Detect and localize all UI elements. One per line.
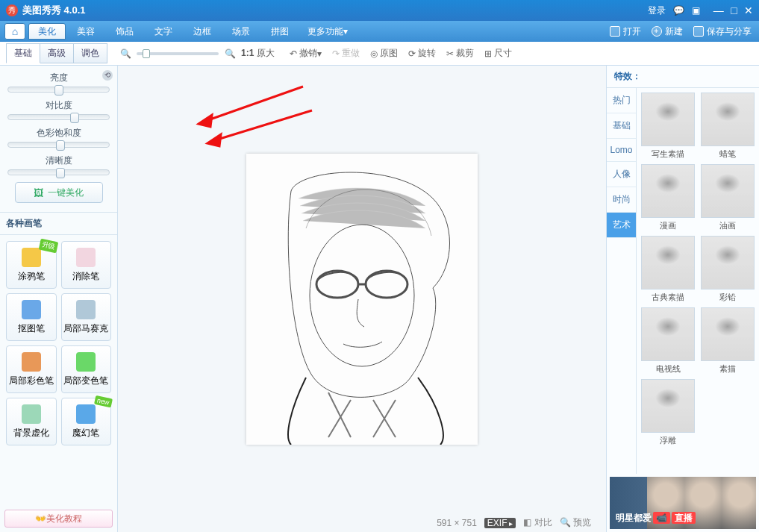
subtabs: 基础 高级 调色	[6, 43, 107, 63]
effects-title: 特效：	[607, 66, 759, 88]
tab-collage[interactable]: 拼图	[261, 23, 299, 40]
effect-thumb	[701, 93, 755, 146]
tab-cosmetic[interactable]: 美容	[67, 23, 104, 40]
effect-item-4[interactable]: 古典素描	[641, 236, 695, 303]
zoom-in-icon[interactable]: 🔍	[223, 48, 237, 59]
brush-0[interactable]: 升级涂鸦笔	[6, 241, 57, 289]
more-menu[interactable]: 更多功能 ▾	[300, 25, 355, 38]
feedback-icon[interactable]: 💬	[673, 5, 684, 16]
brush-badge: new	[94, 395, 113, 407]
effect-label: 漫画	[641, 220, 695, 231]
brush-3[interactable]: 局部马赛克	[61, 293, 112, 341]
effect-cat-0[interactable]: 热门	[607, 88, 636, 113]
brush-icon	[22, 352, 41, 372]
rotate-button[interactable]: ⟳旋转	[408, 47, 436, 60]
svg-marker-3	[207, 134, 221, 146]
onekey-button[interactable]: 🖼一键美化	[15, 182, 103, 203]
effect-thumb	[701, 307, 755, 361]
effect-item-8[interactable]: 浮雕	[641, 379, 695, 446]
saturation-slider[interactable]	[7, 142, 110, 148]
new-button[interactable]: 新建	[652, 25, 683, 38]
brush-5[interactable]: 局部变色笔	[61, 345, 112, 393]
minimize-icon[interactable]: —	[713, 4, 724, 16]
brush-1[interactable]: 消除笔	[61, 241, 112, 289]
effect-item-2[interactable]: 漫画	[641, 164, 695, 231]
dimensions-label: 591 × 751	[437, 518, 477, 528]
tab-frame[interactable]: 边框	[184, 23, 221, 40]
brightness-reset[interactable]: ⟲	[102, 70, 113, 81]
effect-cat-3[interactable]: 人像	[607, 162, 636, 187]
effects-grid: 写生素描蜡笔漫画油画古典素描彩铅电视线素描浮雕	[637, 88, 759, 474]
undo-button[interactable]: ↶撤销 ▾	[290, 47, 322, 60]
tutorial-button[interactable]: 👐 美化教程	[4, 510, 113, 528]
tab-text[interactable]: 文字	[145, 23, 182, 40]
folder-icon	[610, 26, 620, 37]
skin-icon[interactable]: ▣	[692, 5, 700, 16]
save-button[interactable]: 保存与分享	[693, 25, 752, 38]
brush-6[interactable]: 背景虚化	[6, 398, 57, 445]
main-menubar: ⌂ 美化 美容 饰品 文字 边框 场景 拼图 更多功能 ▾ 打开 新建 保存与分…	[0, 21, 759, 42]
effects-categories: 热门基础Lomo人像时尚艺术	[607, 88, 637, 474]
effect-item-1[interactable]: 蜡笔	[701, 93, 755, 160]
contrast-handle[interactable]	[70, 113, 79, 123]
effect-cat-4[interactable]: 时尚	[607, 187, 636, 213]
brush-title: 各种画笔	[0, 213, 117, 235]
brightness-slider[interactable]	[7, 87, 110, 93]
effect-thumb	[641, 164, 695, 218]
promo-banner[interactable]: 明星都爱📹直播	[610, 477, 756, 529]
effect-label: 素描	[701, 363, 755, 375]
brush-icon	[22, 300, 41, 319]
compare-button[interactable]: ◧ 对比	[523, 516, 552, 529]
plus-icon	[652, 26, 662, 37]
login-link[interactable]: 登录	[648, 4, 666, 17]
tab-beautify[interactable]: 美化	[28, 23, 66, 40]
subtab-basic[interactable]: 基础	[6, 43, 40, 63]
sharpness-handle[interactable]	[56, 168, 65, 178]
brush-label: 抠图笔	[18, 322, 45, 335]
effect-cat-5[interactable]: 艺术	[607, 213, 636, 238]
size-button[interactable]: ⊞尺寸	[484, 47, 512, 60]
effect-label: 蜡笔	[701, 148, 755, 160]
brush-2[interactable]: 抠图笔	[6, 293, 57, 341]
effect-label: 彩铅	[701, 292, 755, 303]
saturation-handle[interactable]	[56, 140, 65, 151]
contrast-slider[interactable]	[7, 114, 110, 120]
maximize-icon[interactable]: □	[731, 4, 737, 16]
close-icon[interactable]: ✕	[744, 4, 753, 16]
brush-label: 背景虚化	[13, 427, 49, 439]
original-button[interactable]: ◎原图	[370, 47, 398, 60]
subtab-advanced[interactable]: 高级	[40, 43, 74, 63]
original-icon: ◎	[370, 48, 378, 59]
brush-icon	[76, 404, 96, 424]
sharpness-slider[interactable]	[7, 169, 110, 175]
effect-item-3[interactable]: 油画	[701, 164, 755, 231]
effect-cat-2[interactable]: Lomo	[607, 139, 636, 162]
tab-ornament[interactable]: 饰品	[106, 23, 143, 40]
crop-button[interactable]: ✂裁剪	[446, 47, 474, 60]
exif-button[interactable]: EXIF ▸	[484, 518, 516, 528]
effect-item-7[interactable]: 素描	[701, 307, 755, 375]
brush-4[interactable]: 局部彩色笔	[6, 345, 57, 393]
open-button[interactable]: 打开	[610, 25, 641, 38]
control-bar: 基础 高级 调色 🔍 🔍 1:1 原大 ↶撤销 ▾ ↷重做 ◎原图 ⟳旋转 ✂裁…	[0, 42, 759, 66]
image-canvas[interactable]	[246, 154, 478, 445]
brightness-handle[interactable]	[54, 85, 63, 96]
zoom-out-icon[interactable]: 🔍	[119, 48, 132, 59]
app-title: 美图秀秀 4.0.1	[22, 4, 86, 17]
zoom-control: 🔍 🔍 1:1 原大	[119, 47, 275, 60]
home-button[interactable]: ⌂	[4, 23, 25, 40]
brush-7[interactable]: new魔幻笔	[61, 398, 112, 445]
effect-item-5[interactable]: 彩铅	[701, 236, 755, 303]
contrast-label: 对比度	[7, 99, 110, 112]
preview-button[interactable]: 🔍 预览	[560, 516, 591, 529]
zoom-handle[interactable]	[143, 49, 150, 58]
zoom-ratio[interactable]: 1:1 原大	[241, 47, 275, 60]
effect-cat-1[interactable]: 基础	[607, 113, 636, 139]
zoom-slider[interactable]	[137, 52, 219, 55]
effect-item-6[interactable]: 电视线	[641, 307, 695, 375]
effect-thumb	[641, 307, 695, 361]
subtab-color[interactable]: 调色	[73, 43, 107, 63]
effect-item-0[interactable]: 写生素描	[641, 93, 695, 160]
tab-scene[interactable]: 场景	[222, 23, 260, 40]
svg-line-2	[215, 110, 312, 140]
